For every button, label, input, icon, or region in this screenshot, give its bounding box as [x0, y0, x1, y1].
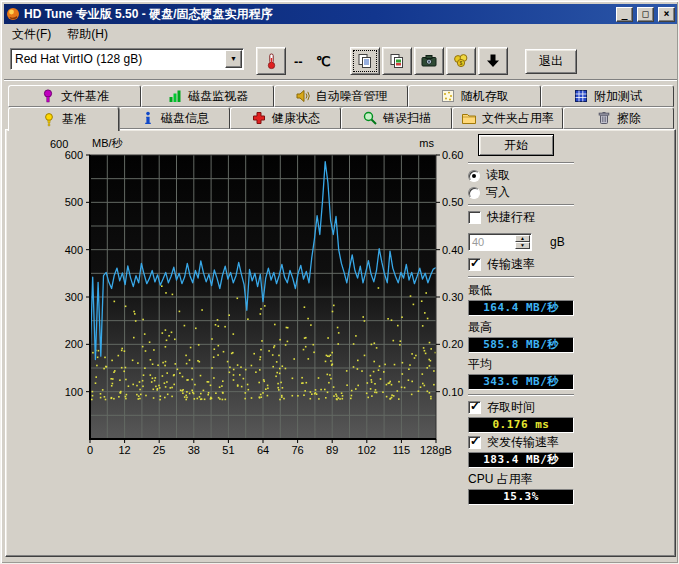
svg-text:ms: ms: [419, 137, 434, 149]
disk-monitor-icon: [167, 88, 183, 104]
tab-label: 自动噪音管理: [316, 88, 388, 105]
start-button[interactable]: 开始: [478, 134, 554, 156]
copy-image-icon: [388, 52, 406, 70]
short-stroke-size-row: 40 ▲ ▼ gB: [468, 233, 662, 251]
coins-icon: $: [452, 52, 470, 70]
separator: [468, 204, 574, 206]
write-radio[interactable]: [468, 187, 480, 199]
access-time-checkbox[interactable]: [468, 401, 481, 414]
separator: [468, 394, 574, 396]
close-button[interactable]: ×: [658, 7, 675, 22]
health-cross-icon: [251, 110, 267, 126]
folder-icon: [461, 110, 477, 126]
svg-text:51: 51: [222, 444, 234, 456]
tab-label: 擦除: [617, 110, 641, 127]
svg-text:76: 76: [291, 444, 303, 456]
copy-image-button[interactable]: [382, 47, 412, 75]
tab-extra-tests[interactable]: 附加测试: [541, 85, 674, 107]
transfer-rate-row[interactable]: 传输速率: [468, 257, 662, 272]
temperature-value: --: [294, 54, 303, 69]
access-time-lcd: 0.176 ms: [468, 417, 574, 433]
title-bar: HD Tune 专业版 5.50 - 硬盘/固态硬盘实用程序 _ □ ×: [4, 4, 677, 24]
copy-icon: [356, 52, 374, 70]
short-stroke-size-input[interactable]: 40 ▲ ▼: [468, 233, 532, 251]
burst-rate-checkbox[interactable]: [468, 436, 481, 449]
svg-text:102: 102: [358, 444, 376, 456]
info-icon: [140, 110, 156, 126]
svg-text:0.30: 0.30: [442, 291, 463, 303]
separator: [468, 276, 574, 278]
short-stroke-checkbox[interactable]: [468, 211, 481, 224]
copy-text-button[interactable]: [350, 47, 380, 75]
drive-select-value: Red Hat VirtIO (128 gB): [11, 49, 224, 69]
svg-text:0.10: 0.10: [442, 386, 463, 398]
maximize-button[interactable]: □: [637, 7, 654, 22]
tab-label: 磁盘监视器: [188, 88, 248, 105]
short-stroke-size-value: 40: [469, 234, 514, 250]
burst-rate-label: 突发传输速率: [487, 434, 559, 451]
menu-file[interactable]: 文件(F): [4, 24, 59, 45]
svg-text:64: 64: [257, 444, 269, 456]
read-radio-row[interactable]: 读取: [468, 168, 662, 183]
tab-folder-usage[interactable]: 文件夹占用率: [452, 107, 563, 129]
drive-select[interactable]: Red Hat VirtIO (128 gB) ▼: [10, 48, 244, 70]
menu-help[interactable]: 帮助(H): [59, 24, 116, 45]
svg-text:200: 200: [65, 338, 83, 350]
tab-error-scan[interactable]: 错误扫描: [341, 107, 452, 129]
magnifier-icon: [362, 110, 378, 126]
screenshot-button[interactable]: [414, 47, 444, 75]
svg-text:600: 600: [65, 149, 83, 161]
save-results-button[interactable]: [478, 47, 508, 75]
avg-label: 平均: [468, 356, 662, 373]
cpu-usage-label: CPU 占用率: [468, 471, 662, 488]
tab-erase[interactable]: 擦除: [563, 107, 674, 129]
read-radio[interactable]: [468, 170, 480, 182]
tab-health[interactable]: 健康状态: [230, 107, 341, 129]
minimize-button[interactable]: _: [616, 7, 633, 22]
transfer-rate-checkbox[interactable]: [468, 258, 481, 271]
write-label: 写入: [486, 184, 510, 201]
camera-icon: [420, 52, 438, 70]
svg-text:300: 300: [65, 291, 83, 303]
svg-text:$: $: [460, 60, 463, 66]
tab-label: 随机存取: [461, 88, 509, 105]
svg-text:0.50: 0.50: [442, 196, 463, 208]
short-stroke-label: 快捷行程: [487, 209, 535, 226]
svg-text:0.60: 0.60: [442, 149, 463, 161]
short-stroke-row[interactable]: 快捷行程: [468, 210, 662, 225]
svg-text:600: 600: [50, 138, 68, 150]
file-benchmark-icon: [40, 88, 56, 104]
window-title: HD Tune 专业版 5.50 - 硬盘/固态硬盘实用程序: [24, 6, 612, 23]
tab-label: 文件基准: [61, 88, 109, 105]
spin-down-icon[interactable]: ▼: [515, 242, 530, 249]
svg-text:0.40: 0.40: [442, 244, 463, 256]
tab-benchmark[interactable]: 基准: [8, 107, 119, 131]
exit-button[interactable]: 退出: [525, 49, 577, 74]
access-time-row[interactable]: 存取时间: [468, 400, 662, 415]
benchmark-icon: [41, 112, 57, 128]
chevron-down-icon[interactable]: ▼: [225, 50, 242, 68]
temperature-button[interactable]: [256, 47, 286, 75]
svg-text:25: 25: [153, 444, 165, 456]
tab-label: 错误扫描: [383, 110, 431, 127]
svg-text:38: 38: [188, 444, 200, 456]
speaker-icon: [295, 88, 311, 104]
burst-rate-row[interactable]: 突发传输速率: [468, 435, 662, 450]
avg-speed-lcd: 343.6 MB/秒: [468, 374, 574, 390]
write-radio-row[interactable]: 写入: [468, 185, 662, 200]
tab-disk-monitor[interactable]: 磁盘监视器: [141, 85, 274, 107]
extra-tests-icon: [573, 88, 589, 104]
spin-up-icon[interactable]: ▲: [515, 235, 530, 242]
tab-disk-info[interactable]: 磁盘信息: [119, 107, 230, 129]
tab-aam[interactable]: 自动噪音管理: [274, 85, 407, 107]
tab-random-access[interactable]: 随机存取: [408, 85, 541, 107]
paste-values-button[interactable]: $: [446, 47, 476, 75]
separator: [468, 162, 574, 164]
tab-file-benchmark[interactable]: 文件基准: [8, 85, 141, 107]
short-stroke-unit: gB: [550, 235, 565, 249]
trash-icon: [596, 110, 612, 126]
menu-bar: 文件(F) 帮助(H): [4, 25, 677, 43]
svg-text:128gB: 128gB: [420, 444, 452, 456]
read-label: 读取: [486, 167, 510, 184]
toolbar: Red Hat VirtIO (128 gB) ▼ -- ℃: [4, 44, 677, 80]
